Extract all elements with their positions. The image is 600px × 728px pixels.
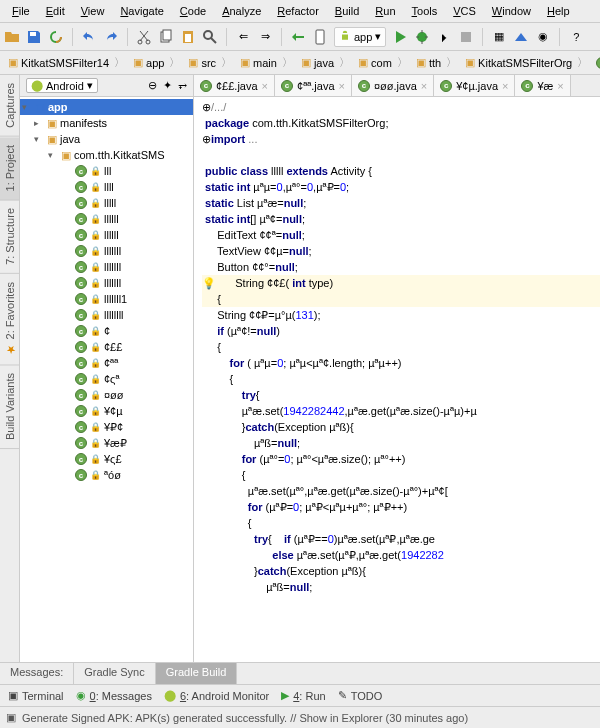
close-icon[interactable]: × [339, 80, 345, 92]
tree-row[interactable]: c🔒 ¢ [20, 323, 193, 339]
code-editor[interactable]: ⊕/.../ package com.tth.KitkatSMSFilterOr… [194, 97, 600, 662]
forward-icon[interactable]: ⇒ [257, 29, 273, 45]
tree-row[interactable]: c🔒 ¢ςª [20, 371, 193, 387]
editor-tab[interactable]: c¥æ× [515, 75, 570, 96]
tree-row[interactable]: ▾▣app [20, 99, 193, 115]
tab-project[interactable]: 1: Project [0, 137, 19, 200]
tree-row[interactable]: c🔒 ¥æ₽ [20, 435, 193, 451]
tab-build-variants[interactable]: Build Variants [0, 365, 19, 449]
close-icon[interactable]: × [421, 80, 427, 92]
hide-icon[interactable]: ⥅ [178, 79, 187, 92]
cut-icon[interactable] [136, 29, 152, 45]
menu-edit[interactable]: Edit [38, 2, 73, 20]
open-icon[interactable] [4, 29, 20, 45]
tree-row[interactable]: c🔒 ¢ªª [20, 355, 193, 371]
menu-analyze[interactable]: Analyze [214, 2, 269, 20]
menu-build[interactable]: Build [327, 2, 367, 20]
avd-icon[interactable] [312, 29, 328, 45]
crumb-src[interactable]: ▣src〉 [184, 55, 236, 70]
crumb-class[interactable]: c [592, 57, 600, 69]
menu-file[interactable]: File [4, 2, 38, 20]
menu-window[interactable]: Window [484, 2, 539, 20]
tree-row[interactable]: c🔒 lllllll [20, 275, 193, 291]
tree-row[interactable]: c🔒 llllll [20, 211, 193, 227]
crumb-pkg[interactable]: ▣KitkatSMSFilterOrg〉 [461, 55, 592, 70]
tab-messages[interactable]: Messages: [0, 663, 74, 684]
tree-row[interactable]: c🔒 lllll [20, 195, 193, 211]
tab-captures[interactable]: Captures [0, 75, 19, 137]
tree-row[interactable]: c🔒 lllllll [20, 243, 193, 259]
crumb-com[interactable]: ▣com〉 [354, 55, 412, 70]
tree-row[interactable]: ▾▣java [20, 131, 193, 147]
class-icon: c [75, 357, 87, 369]
tree-row[interactable]: c🔒 ¥₽¢ [20, 419, 193, 435]
tab-gradle-sync[interactable]: Gradle Sync [74, 663, 156, 684]
editor-tab[interactable]: c¢ªª.java× [275, 75, 352, 96]
ddms-icon[interactable]: ◉ [535, 29, 551, 45]
project-view-dropdown[interactable]: ⬤Android▾ [26, 78, 98, 93]
tool-messages[interactable]: ◉0: Messages [76, 689, 152, 702]
editor-tab[interactable]: c¢££.java× [194, 75, 275, 96]
tree-row[interactable]: c🔒 lll [20, 163, 193, 179]
crumb-tth[interactable]: ▣tth〉 [412, 55, 461, 70]
find-icon[interactable] [202, 29, 218, 45]
menu-code[interactable]: Code [172, 2, 214, 20]
tree-row[interactable]: c🔒 ¥¢µ [20, 403, 193, 419]
back-icon[interactable]: ⇐ [235, 29, 251, 45]
crumb-java[interactable]: ▣java〉 [297, 55, 354, 70]
tab-gradle-build[interactable]: Gradle Build [156, 663, 238, 684]
save-icon[interactable] [26, 29, 42, 45]
menu-vcs[interactable]: VCS [445, 2, 484, 20]
tree-row[interactable]: c🔒 ªóø [20, 467, 193, 483]
tree-row[interactable]: c🔒 llll [20, 179, 193, 195]
tree-row[interactable]: c🔒 ¥ς£ [20, 451, 193, 467]
close-icon[interactable]: × [557, 80, 563, 92]
tool-todo[interactable]: ✎TODO [338, 689, 383, 702]
gear-icon[interactable]: ✦ [163, 79, 172, 92]
avd-manager-icon[interactable]: ▦ [491, 29, 507, 45]
project-tree[interactable]: ▾▣app▸▣manifests▾▣java▾▣com.tth.KitkatSM… [20, 97, 193, 662]
tree-row[interactable]: c🔒 llllllll [20, 307, 193, 323]
tool-android-monitor[interactable]: ⬤6: Android Monitor [164, 689, 269, 702]
help-icon[interactable]: ? [568, 29, 584, 45]
menu-run[interactable]: Run [367, 2, 403, 20]
copy-icon[interactable] [158, 29, 174, 45]
close-icon[interactable]: × [502, 80, 508, 92]
intention-bulb-icon[interactable]: 💡 [202, 277, 216, 289]
tree-row[interactable]: ▾▣com.tth.KitkatSMS [20, 147, 193, 163]
sdk-manager-icon[interactable] [513, 29, 529, 45]
make-icon[interactable] [290, 29, 306, 45]
tab-favorites[interactable]: ★2: Favorites [0, 274, 19, 365]
tool-run[interactable]: ▶4: Run [281, 689, 325, 702]
tree-row[interactable]: c🔒 ¢££ [20, 339, 193, 355]
paste-icon[interactable] [180, 29, 196, 45]
menu-refactor[interactable]: Refactor [269, 2, 327, 20]
tree-row[interactable]: c🔒 lllllll1 [20, 291, 193, 307]
attach-icon[interactable]: ⏵ [436, 29, 452, 45]
menu-navigate[interactable]: Navigate [112, 2, 171, 20]
tool-terminal[interactable]: ▣Terminal [8, 689, 64, 702]
tree-row[interactable]: ▸▣manifests [20, 115, 193, 131]
stop-icon[interactable] [458, 29, 474, 45]
menu-help[interactable]: Help [539, 2, 578, 20]
crumb-root[interactable]: ▣KitkatSMSFilter14〉 [4, 55, 129, 70]
undo-icon[interactable] [81, 29, 97, 45]
collapse-icon[interactable]: ⊖ [148, 79, 157, 92]
editor-tab[interactable]: c¥¢µ.java× [434, 75, 515, 96]
close-icon[interactable]: × [262, 80, 268, 92]
crumb-main[interactable]: ▣main〉 [236, 55, 297, 70]
tree-row[interactable]: c🔒 lllllll [20, 259, 193, 275]
run-icon[interactable] [392, 29, 408, 45]
menu-view[interactable]: View [73, 2, 113, 20]
crumb-app[interactable]: ▣app〉 [129, 55, 184, 70]
tree-row[interactable]: c🔒 ¤øø [20, 387, 193, 403]
class-icon: c [521, 80, 533, 92]
editor-tab[interactable]: c¤øø.java× [352, 75, 434, 96]
tree-row[interactable]: c🔒 llllll [20, 227, 193, 243]
debug-icon[interactable] [414, 29, 430, 45]
tab-structure[interactable]: 7: Structure [0, 200, 19, 274]
redo-icon[interactable] [103, 29, 119, 45]
sync-icon[interactable] [48, 29, 64, 45]
run-config-dropdown[interactable]: app ▾ [334, 27, 386, 47]
menu-tools[interactable]: Tools [404, 2, 446, 20]
